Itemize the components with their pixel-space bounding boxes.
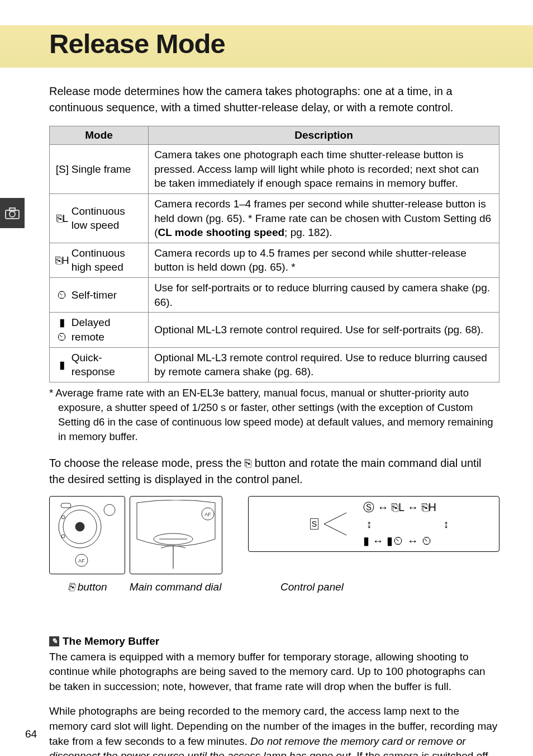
mode-cycle: Ⓢ ↔ ⎘L ↔ ⎘H ↕ ↕ ▮ ↔ ▮⏲ ↔ ⏲	[363, 499, 449, 549]
table-row: ▮⏲ Delayed remote Optional ML-L3 remote …	[50, 313, 499, 347]
mode-icon: ⏲	[50, 278, 69, 313]
svg-text:AF: AF	[204, 512, 211, 517]
dial-diagram: AF	[130, 496, 222, 574]
mode-description: Use for self-portraits or to reduce blur…	[149, 278, 499, 313]
mode-description: Optional ML-L3 remote control required. …	[149, 313, 499, 347]
mode-description: Camera records up to 4.5 frames per seco…	[149, 243, 499, 277]
mode-description: Camera takes one photograph each time sh…	[149, 145, 499, 194]
table-row: [S] Single frame Camera takes one photog…	[50, 145, 499, 194]
footnote: * Average frame rate with an EN-EL3e bat…	[49, 386, 499, 444]
svg-point-6	[104, 504, 115, 516]
mode-label: Single frame	[69, 145, 149, 194]
mode-label: Continuous low speed	[69, 193, 149, 243]
info-paragraph-2: While photographs are being recorded to …	[49, 704, 499, 756]
release-mode-table: Mode Description [S] Single frame Camera…	[49, 126, 499, 382]
caption-button: ⎘ button	[49, 581, 126, 593]
caption-row: ⎘ button Main command dial Control panel	[49, 581, 499, 593]
svg-text:AF: AF	[78, 558, 85, 564]
mode-label: Continuous high speed	[69, 243, 149, 277]
svg-line-18	[324, 524, 346, 535]
title-bar: Release Mode	[0, 25, 533, 68]
info-paragraph-1: The camera is equipped with a memory buf…	[49, 650, 499, 694]
caption-panel: Control panel	[280, 581, 403, 593]
control-panel-diagram: S Ⓢ ↔ ⎘L ↔ ⎘H ↕ ↕ ▮ ↔ ▮⏲ ↔ ⏲	[248, 496, 499, 552]
button-diagram: AF	[49, 496, 125, 574]
table-row: ▮ Quick-response Optional ML-L3 remote c…	[50, 347, 499, 382]
table-row: ⏲ Self-timer Use for self-portraits or t…	[50, 278, 499, 313]
info-title: The Memory Buffer	[63, 635, 159, 648]
mode-label: Delayed remote	[69, 313, 149, 347]
svg-rect-1	[9, 208, 15, 211]
mode-icon: [S]	[50, 145, 69, 194]
choose-text: To choose the release mode, press the ⎘ …	[49, 455, 499, 488]
svg-point-2	[9, 211, 15, 217]
svg-point-11	[61, 535, 65, 538]
mode-label: Self-timer	[69, 278, 149, 313]
mode-description: Optional ML-L3 remote control required. …	[149, 347, 499, 382]
header-description: Description	[149, 126, 499, 145]
section-tab-icon	[0, 198, 25, 228]
table-row: ⎘H Continuous high speed Camera records …	[50, 243, 499, 277]
intro-text: Release mode determines how the camera t…	[49, 83, 499, 116]
svg-rect-9	[61, 503, 71, 508]
svg-point-5	[75, 522, 84, 531]
page-number: 64	[25, 728, 37, 740]
caption-dial: Main command dial	[126, 581, 225, 593]
page-title: Release Mode	[49, 28, 533, 59]
info-icon: ✎	[49, 636, 59, 646]
header-mode: Mode	[50, 126, 149, 145]
svg-point-10	[61, 516, 65, 519]
mode-description: Camera records 1–4 frames per second whi…	[149, 193, 499, 243]
mode-label: Quick-response	[69, 347, 149, 382]
info-header: ✎ The Memory Buffer	[49, 635, 499, 648]
mode-icon: ⎘H	[50, 243, 69, 277]
mode-icon: ▮	[50, 347, 69, 382]
diagram-row: AF AF S Ⓢ ↔ ⎘L ↔ ⎘H ↕ ↕ ▮ ↔	[49, 496, 499, 574]
svg-line-17	[324, 513, 346, 524]
table-row: ⎘L Continuous low speed Camera records 1…	[50, 193, 499, 243]
mode-icon: ▮⏲	[50, 313, 69, 347]
mode-icon: ⎘L	[50, 193, 69, 243]
